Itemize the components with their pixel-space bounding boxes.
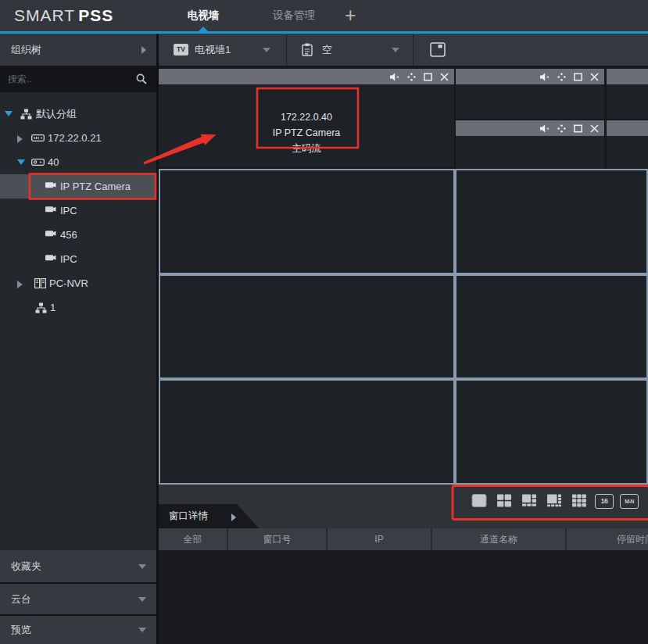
chevron-down-icon[interactable] — [392, 48, 399, 52]
wall-cell-edge-1[interactable] — [607, 69, 648, 119]
device-tree: 默认分组 172.22.0.21 40 IP PTZ Camera IPC 45… — [0, 92, 156, 550]
accordion-preview[interactable]: 预览 — [0, 616, 156, 644]
tree-item-ipc-1[interactable]: IPC — [0, 199, 156, 223]
maximize-icon[interactable] — [424, 73, 432, 81]
wall-cell-edge-2[interactable] — [607, 120, 648, 169]
accordion-label: 收藏夹 — [11, 550, 41, 582]
accordion-label: 预览 — [11, 616, 31, 644]
chevron-down-icon — [138, 597, 146, 602]
nvr-icon — [34, 278, 46, 288]
tv-wall-grid: 172.22.0.40 IP PTZ Camera 主码流 — [159, 66, 648, 485]
window-table-body — [159, 550, 648, 644]
expander-closed-icon[interactable] — [17, 281, 23, 288]
add-tab-button[interactable]: + — [345, 4, 356, 27]
search-icon[interactable] — [136, 73, 148, 85]
cell-video-area[interactable] — [607, 84, 648, 119]
toolbar-divider — [413, 34, 414, 66]
expander-closed-icon[interactable] — [17, 135, 23, 143]
save-icon[interactable] — [430, 42, 446, 57]
layout-1-button[interactable] — [470, 492, 489, 510]
cell-video-area[interactable] — [456, 84, 604, 119]
tab-window-details[interactable]: 窗口详情 — [159, 504, 259, 528]
tree-item-ip-ptz-camera[interactable]: IP PTZ Camera — [0, 174, 156, 199]
layout-mn-button[interactable]: M-N — [620, 492, 639, 510]
tree-item-456[interactable]: 456 — [0, 223, 156, 247]
col-header-channel-name: 通道名称 — [431, 528, 565, 550]
tour-icon[interactable] — [557, 73, 566, 81]
tree-item-pc-nvr[interactable]: PC-NVR — [0, 271, 156, 295]
tree-item-label: IPC — [60, 247, 77, 271]
cell-source-label: 172.22.0.40 IP PTZ Camera 主码流 — [159, 109, 454, 156]
wall-cell-empty[interactable] — [159, 169, 455, 274]
window-table-header: 全部 窗口号 IP 通道名称 停留时间 — [159, 528, 648, 550]
tree-item-1[interactable]: 1 — [0, 295, 156, 320]
tree-item-label: 1 — [50, 295, 55, 320]
wall-cell-top-right-2[interactable] — [456, 120, 604, 169]
tv-wall-icon: TV — [174, 44, 188, 55]
chevron-down-icon — [138, 628, 146, 632]
tab-device-management[interactable]: 设备管理 — [267, 0, 320, 31]
camera-icon — [45, 206, 57, 213]
maximize-icon[interactable] — [574, 124, 582, 133]
wall-cell-top-right-1[interactable] — [456, 69, 604, 119]
col-header-window-no: 窗口号 — [227, 528, 326, 550]
cell-video-area[interactable]: 172.22.0.40 IP PTZ Camera 主码流 — [159, 84, 454, 167]
tree-item-label: 40 — [48, 150, 59, 174]
expander-open-icon[interactable] — [17, 159, 25, 165]
cell-ip: 172.22.0.40 — [159, 109, 454, 125]
layout-8-button[interactable] — [545, 492, 564, 510]
layout-9-button[interactable] — [570, 492, 589, 510]
audio-icon[interactable] — [540, 73, 550, 81]
camera-icon — [45, 230, 57, 238]
tree-item-default-group[interactable]: 默认分组 — [0, 102, 156, 126]
tree-item-label: IP PTZ Camera — [60, 174, 131, 199]
layout-4-button[interactable] — [495, 492, 514, 510]
wall-cell-active[interactable]: 172.22.0.40 IP PTZ Camera 主码流 — [159, 69, 454, 167]
chevron-down-icon — [138, 564, 146, 569]
wall-cell-empty[interactable] — [455, 379, 648, 485]
cell-video-area[interactable] — [607, 136, 648, 169]
device-icon — [31, 157, 45, 167]
group-icon — [35, 302, 47, 313]
expander-open-icon[interactable] — [5, 111, 13, 116]
layout-6-button[interactable] — [520, 492, 539, 510]
accordion-label: 云台 — [11, 584, 31, 614]
tour-icon[interactable] — [557, 124, 566, 133]
audio-icon[interactable] — [540, 124, 550, 133]
audio-icon[interactable] — [390, 73, 399, 81]
accordion-ptz[interactable]: 云台 — [0, 584, 156, 614]
group-icon — [20, 109, 32, 120]
close-icon[interactable] — [440, 73, 449, 81]
wall-cell-empty[interactable] — [159, 379, 455, 485]
tab-label: 窗口详情 — [169, 504, 208, 528]
tree-item-40[interactable]: 40 — [0, 150, 156, 174]
smartpss-window: { "app": { "brand_smart": "SMART", "bran… — [0, 0, 648, 644]
wall-cell-empty[interactable] — [455, 169, 648, 274]
cell-title-bar — [456, 69, 604, 84]
tree-item-172-22-0-21[interactable]: 172.22.0.21 — [0, 126, 156, 150]
chevron-down-icon[interactable] — [263, 48, 270, 52]
tree-item-ipc-2[interactable]: IPC — [0, 247, 156, 271]
search-input[interactable]: 搜索.. — [0, 66, 156, 92]
tour-icon[interactable] — [407, 73, 416, 81]
wall-cell-empty[interactable] — [159, 274, 455, 379]
chevron-right-icon — [231, 513, 236, 521]
tv-wall-selector[interactable]: 电视墙1 — [195, 34, 231, 66]
scheme-list-icon — [302, 43, 313, 56]
tree-item-label: 默认分组 — [36, 102, 77, 126]
camera-icon — [45, 254, 57, 262]
cell-title-bar — [456, 120, 604, 136]
org-tree-panel-header[interactable]: 组织树 — [0, 34, 156, 66]
accordion-favorites[interactable]: 收藏夹 — [0, 550, 156, 582]
maximize-icon[interactable] — [574, 73, 582, 81]
close-icon[interactable] — [590, 124, 599, 133]
cell-video-area[interactable] — [456, 136, 604, 169]
cell-title-bar — [607, 120, 648, 136]
toolbar-divider — [286, 34, 287, 66]
scheme-selector[interactable]: 空 — [322, 34, 332, 66]
layout-16-button[interactable]: 16 — [595, 492, 614, 510]
active-tab-indicator — [199, 27, 208, 31]
close-icon[interactable] — [590, 73, 599, 81]
col-header-dwell-time: 停留时间 — [565, 528, 648, 550]
wall-cell-empty[interactable] — [455, 274, 648, 379]
